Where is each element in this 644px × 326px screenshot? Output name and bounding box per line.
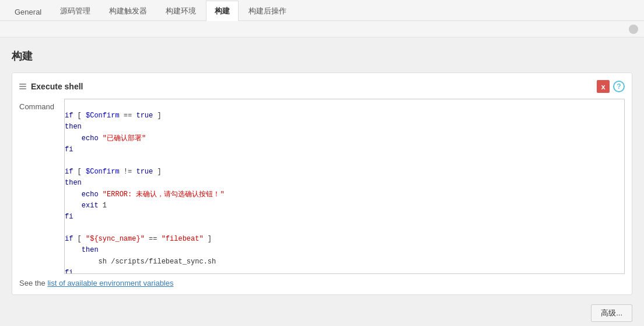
scroll-indicator [0, 21, 644, 37]
code-editor[interactable]: if [ $Confirm == true ] then echo "已确认部署… [64, 99, 625, 274]
execute-shell-title: Execute shell [31, 82, 83, 91]
card-header-left: Execute shell [19, 82, 83, 91]
env-link-row: See the list of available environment va… [19, 279, 625, 287]
scroll-dot [629, 25, 638, 34]
tab-general[interactable]: General [6, 2, 50, 21]
drag-handle[interactable] [19, 84, 26, 89]
remove-button[interactable]: x [597, 80, 610, 93]
tab-source[interactable]: 源码管理 [51, 1, 99, 21]
bottom-row: 高级... [12, 304, 632, 322]
editor-wrapper: if [ $Confirm == true ] then echo "已确认部署… [64, 99, 625, 274]
code-content: if [ $Confirm == true ] then echo "已确认部署… [65, 99, 624, 274]
help-button[interactable]: ? [613, 81, 625, 92]
tab-build[interactable]: 构建 [206, 1, 239, 21]
command-row: Command if [ $Confirm == true ] then ech… [19, 99, 625, 274]
env-link[interactable]: list of available environment variables [47, 279, 173, 287]
execute-shell-card: Execute shell x ? Command if [ $Confirm … [12, 72, 632, 295]
page-title: 构建 [12, 49, 632, 63]
env-link-prefix: See the [19, 279, 47, 287]
tab-post[interactable]: 构建后操作 [240, 1, 295, 21]
card-header: Execute shell x ? [19, 80, 625, 93]
tab-env[interactable]: 构建环境 [157, 1, 205, 21]
command-label: Command [19, 99, 57, 111]
card-header-right: x ? [597, 80, 625, 93]
tab-bar: General 源码管理 构建触发器 构建环境 构建 构建后操作 [0, 0, 644, 21]
main-content: 构建 Execute shell x ? Command if [ [0, 37, 644, 326]
advanced-button[interactable]: 高级... [591, 304, 632, 322]
tab-trigger[interactable]: 构建触发器 [100, 1, 156, 21]
